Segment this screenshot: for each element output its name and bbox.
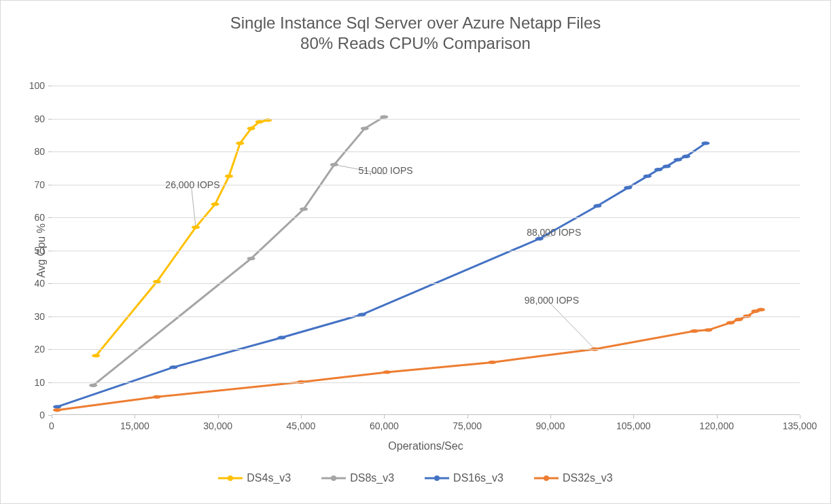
y-tick-label: 70 — [34, 179, 45, 190]
series-line-DS16s_v3 — [57, 143, 705, 407]
x-axis-label: Operations/Sec — [388, 440, 463, 452]
data-point — [255, 120, 264, 124]
x-tick-mark — [218, 415, 219, 418]
data-point — [704, 328, 712, 331]
y-tick-mark — [48, 382, 52, 383]
x-tick-mark — [384, 415, 385, 418]
y-tick-label: 30 — [34, 311, 45, 322]
data-point — [169, 365, 177, 369]
data-point — [300, 207, 308, 211]
gridline — [52, 251, 800, 251]
y-tick-mark — [48, 251, 52, 251]
data-point — [89, 384, 97, 387]
data-point — [593, 204, 601, 207]
data-point — [488, 361, 496, 364]
data-point — [624, 186, 632, 190]
y-tick-label: 50 — [34, 245, 45, 256]
y-tick-mark — [48, 283, 52, 284]
data-point — [361, 126, 369, 130]
y-tick-label: 0 — [39, 410, 45, 420]
series-line-DS32s_v3 — [57, 310, 761, 410]
legend: DS4s_v3DS8s_v3DS16s_v3DS32s_v3 — [1, 472, 830, 484]
x-tick-label: 30,000 — [203, 420, 232, 431]
data-point — [277, 336, 285, 339]
y-tick-mark — [48, 217, 52, 218]
x-tick-mark — [633, 415, 634, 418]
y-tick-label: 100 — [29, 80, 45, 91]
gridline — [52, 86, 800, 86]
x-tick-label: 15,000 — [120, 420, 149, 431]
gridline — [52, 217, 800, 218]
legend-label: DS4s_v3 — [247, 472, 291, 484]
y-tick-mark — [48, 317, 52, 317]
data-point — [383, 370, 391, 374]
legend-item-DS32s_v3: DS32s_v3 — [534, 472, 613, 484]
y-tick-mark — [48, 349, 52, 350]
data-point — [757, 308, 765, 311]
legend-swatch — [218, 473, 243, 483]
gridline — [52, 119, 800, 120]
legend-label: DS16s_v3 — [453, 472, 503, 484]
gridline — [52, 185, 800, 185]
x-tick-mark — [301, 415, 302, 418]
gridline — [52, 382, 800, 383]
x-tick-mark — [52, 415, 52, 418]
data-point — [192, 226, 200, 229]
legend-item-DS4s_v3: DS4s_v3 — [218, 472, 291, 484]
gridline — [52, 283, 800, 284]
x-tick-mark — [800, 415, 800, 418]
legend-swatch — [534, 473, 559, 483]
chart-title-line2: 80% Reads CPU% Comparison — [300, 34, 531, 52]
data-point — [690, 329, 699, 333]
data-point — [53, 405, 61, 408]
data-point — [330, 163, 338, 166]
data-point — [53, 408, 61, 412]
annotation-label: 51,000 IOPS — [358, 165, 412, 176]
plot-area: Avg Cpu % Operations/Sec 010203040506070… — [52, 86, 800, 415]
data-point — [654, 168, 662, 171]
y-tick-label: 20 — [34, 344, 45, 355]
gridline — [52, 317, 800, 317]
data-point — [682, 155, 690, 158]
legend-swatch — [425, 473, 449, 483]
legend-item-DS16s_v3: DS16s_v3 — [425, 472, 503, 484]
x-tick-mark — [135, 415, 135, 418]
legend-label: DS8s_v3 — [350, 472, 394, 484]
y-tick-label: 10 — [34, 377, 45, 388]
data-point — [247, 126, 255, 130]
gridline — [52, 349, 800, 350]
y-tick-label: 60 — [34, 212, 45, 223]
series-line-DS8s_v3 — [93, 117, 384, 385]
x-tick-mark — [467, 415, 468, 418]
legend-item-DS8s_v3: DS8s_v3 — [321, 472, 394, 484]
x-tick-label: 105,000 — [616, 420, 651, 431]
data-point — [643, 175, 652, 178]
data-point — [247, 257, 255, 260]
chart-title-line1: Single Instance Sql Server over Azure Ne… — [230, 14, 601, 32]
x-tick-label: 90,000 — [536, 420, 565, 431]
y-tick-mark — [48, 119, 52, 120]
legend-label: DS32s_v3 — [563, 472, 613, 484]
data-point — [211, 202, 219, 206]
data-point — [726, 321, 735, 325]
x-tick-label: 120,000 — [699, 420, 734, 431]
data-point — [701, 141, 709, 145]
y-tick-mark — [48, 86, 52, 86]
y-tick-label: 80 — [34, 146, 45, 157]
chart-frame: Single Instance Sql Server over Azure Ne… — [0, 0, 831, 504]
x-tick-label: 60,000 — [370, 420, 399, 431]
data-point — [153, 395, 161, 399]
chart-title: Single Instance Sql Server over Azure Ne… — [1, 1, 830, 54]
data-point — [535, 237, 544, 240]
x-tick-label: 45,000 — [287, 420, 316, 431]
y-tick-label: 40 — [34, 278, 45, 289]
y-tick-label: 90 — [34, 113, 45, 124]
x-tick-mark — [550, 415, 551, 418]
y-tick-mark — [48, 185, 52, 185]
series-line-DS4s_v3 — [96, 120, 268, 356]
annotation-label: 98,000 IOPS — [525, 295, 579, 306]
data-point — [225, 175, 233, 178]
data-point — [674, 158, 682, 161]
annotation-label: 88,000 IOPS — [527, 227, 581, 238]
legend-swatch — [321, 473, 346, 483]
